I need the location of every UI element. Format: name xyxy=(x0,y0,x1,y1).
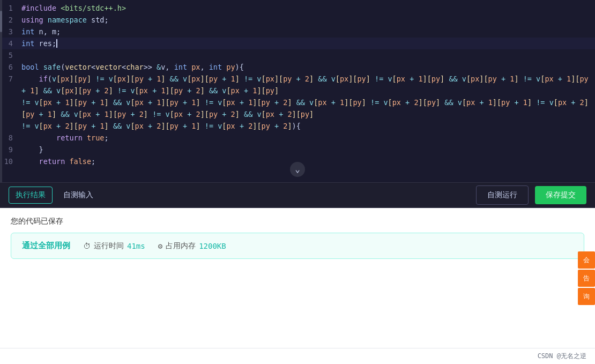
float-btn-0[interactable]: 会 xyxy=(578,251,595,269)
code-line-5: 5 xyxy=(2,49,595,61)
tab-test-input[interactable]: 自测输入 xyxy=(57,187,100,203)
code-line-2: 2 using namespace std; xyxy=(2,14,595,26)
code-editor[interactable]: 1 #include <bits/stdc++.h> 2 using names… xyxy=(0,0,595,182)
code-line-1: 1 #include <bits/stdc++.h> xyxy=(2,2,595,14)
tab-execute-result[interactable]: 执行结果 xyxy=(9,187,53,204)
results-area: 您的代码已保存 通过全部用例 运行时间 41ms 占用内存 1200KB 会 告… xyxy=(0,208,595,348)
code-line-8: 8 return true; xyxy=(2,132,595,144)
runtime-label: 运行时间 xyxy=(94,241,124,251)
footer-text: CSDN @无名之逆 xyxy=(538,352,586,361)
float-buttons: 会 告 询 xyxy=(578,251,595,305)
clock-icon xyxy=(83,242,91,250)
save-submit-button[interactable]: 保存提交 xyxy=(535,186,586,204)
result-card: 通过全部用例 运行时间 41ms 占用内存 1200KB xyxy=(11,233,584,259)
memory-info: 占用内存 1200KB xyxy=(158,241,226,251)
toolbar: 执行结果 自测输入 自测运行 保存提交 xyxy=(0,182,595,208)
float-btn-1[interactable]: 告 xyxy=(578,270,595,287)
code-line-3: 3 int n, m; xyxy=(2,26,595,38)
pass-label: 通过全部用例 xyxy=(22,241,70,251)
save-status-text: 您的代码已保存 xyxy=(11,217,584,226)
memory-value: 1200KB xyxy=(199,242,226,250)
code-line-7: 7 if(v[px][py] != v[px][py + 1] && v[px]… xyxy=(2,73,595,132)
memory-label: 占用内存 xyxy=(166,241,196,251)
code-line-9: 9 } xyxy=(2,144,595,155)
code-line-6: 6 bool safe(vector<vector<char>> &v, int… xyxy=(2,61,595,73)
scroll-down-button[interactable] xyxy=(290,162,305,177)
footer: CSDN @无名之逆 xyxy=(0,348,595,364)
code-line-4: 4 int res; xyxy=(2,38,595,49)
test-run-button[interactable]: 自测运行 xyxy=(476,185,529,205)
runtime-value: 41ms xyxy=(127,242,145,250)
float-btn-2[interactable]: 询 xyxy=(578,288,595,305)
runtime-info: 运行时间 41ms xyxy=(83,241,145,251)
memory-icon xyxy=(158,242,162,250)
